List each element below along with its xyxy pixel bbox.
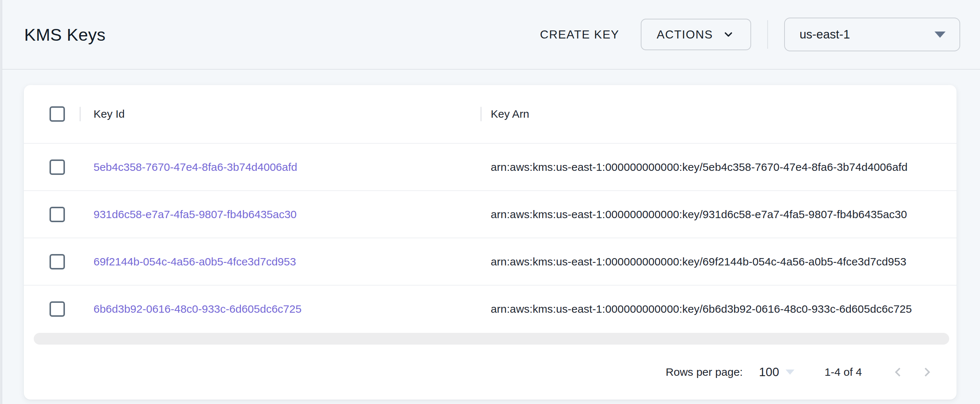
- rows-per-page-label: Rows per page:: [666, 366, 743, 379]
- kms-keys-table-card: Key Id Key Arn 5eb4c358-7670-47e4-8fa6-3…: [24, 85, 956, 399]
- key-arn-value: arn:aws:kms:us-east-1:000000000000:key/6…: [491, 303, 912, 315]
- actions-button[interactable]: ACTIONS: [641, 19, 751, 50]
- key-id-cell: 5eb4c358-7670-47e4-8fa6-3b74d4006afd: [80, 161, 480, 173]
- row-checkbox[interactable]: [49, 207, 65, 222]
- row-checkbox-cell: [24, 254, 80, 269]
- key-id-cell: 69f2144b-054c-4a56-a0b5-4fce3d7cd953: [80, 256, 480, 268]
- key-id-cell: 931d6c58-e7a7-4fa5-9807-fb4b6435ac30: [80, 208, 480, 221]
- table-row: 931d6c58-e7a7-4fa5-9807-fb4b6435ac30 arn…: [24, 190, 956, 237]
- region-selector[interactable]: us-east-1: [784, 17, 960, 51]
- row-checkbox-cell: [24, 301, 80, 317]
- key-id-link[interactable]: 6b6d3b92-0616-48c0-933c-6d605dc6c725: [94, 303, 301, 315]
- table-row: 69f2144b-054c-4a56-a0b5-4fce3d7cd953 arn…: [24, 237, 956, 285]
- key-arn-cell: arn:aws:kms:us-east-1:000000000000:key/6…: [480, 303, 956, 315]
- row-checkbox[interactable]: [49, 159, 65, 175]
- page-header: KMS Keys CREATE KEY ACTIONS us-east-1: [0, 0, 980, 70]
- column-separator: [480, 107, 482, 121]
- toolbar-divider: [767, 20, 768, 49]
- key-arn-cell: arn:aws:kms:us-east-1:000000000000:key/5…: [480, 161, 956, 173]
- next-page-button[interactable]: [918, 363, 936, 381]
- key-id-link[interactable]: 931d6c58-e7a7-4fa5-9807-fb4b6435ac30: [94, 208, 297, 221]
- horizontal-scrollbar[interactable]: [34, 333, 949, 345]
- row-checkbox[interactable]: [49, 301, 65, 317]
- chevron-left-icon: [889, 363, 907, 381]
- pagination-range-label: 1-4 of 4: [824, 366, 862, 379]
- row-checkbox-cell: [24, 207, 80, 222]
- key-arn-cell: arn:aws:kms:us-east-1:000000000000:key/9…: [480, 208, 956, 221]
- key-arn-cell: arn:aws:kms:us-east-1:000000000000:key/6…: [480, 256, 956, 268]
- region-selector-value: us-east-1: [800, 27, 850, 41]
- key-id-cell: 6b6d3b92-0616-48c0-933c-6d605dc6c725: [80, 303, 480, 315]
- row-checkbox[interactable]: [49, 254, 65, 269]
- window-left-edge: [0, 0, 2, 404]
- column-header-label: Key Arn: [491, 108, 529, 120]
- rows-per-page-value: 100: [759, 365, 779, 379]
- actions-button-label: ACTIONS: [657, 28, 713, 41]
- key-id-link[interactable]: 5eb4c358-7670-47e4-8fa6-3b74d4006afd: [94, 161, 297, 173]
- key-id-link[interactable]: 69f2144b-054c-4a56-a0b5-4fce3d7cd953: [94, 256, 296, 268]
- column-header-key-arn[interactable]: Key Arn: [480, 108, 956, 120]
- key-arn-value: arn:aws:kms:us-east-1:000000000000:key/5…: [491, 161, 908, 173]
- caret-down-icon: [786, 369, 794, 375]
- select-all-cell: [24, 106, 80, 122]
- chevron-down-icon: [722, 28, 735, 41]
- table-header-row: Key Id Key Arn: [24, 85, 956, 143]
- rows-per-page-select[interactable]: 100: [759, 365, 794, 379]
- key-arn-value: arn:aws:kms:us-east-1:000000000000:key/9…: [491, 208, 907, 221]
- pagination-bar: Rows per page: 100 1-4 of 4: [24, 345, 956, 399]
- previous-page-button[interactable]: [889, 363, 907, 381]
- caret-down-icon: [934, 32, 945, 38]
- page-title: KMS Keys: [24, 25, 106, 45]
- column-header-label: Key Id: [94, 108, 125, 120]
- select-all-checkbox[interactable]: [49, 106, 65, 122]
- table-row: 5eb4c358-7670-47e4-8fa6-3b74d4006afd arn…: [24, 143, 956, 190]
- create-key-button[interactable]: CREATE KEY: [536, 28, 623, 41]
- column-header-key-id[interactable]: Key Id: [80, 108, 480, 120]
- chevron-right-icon: [918, 363, 936, 381]
- row-checkbox-cell: [24, 159, 80, 175]
- toolbar: CREATE KEY ACTIONS us-east-1: [536, 17, 960, 51]
- key-arn-value: arn:aws:kms:us-east-1:000000000000:key/6…: [491, 256, 906, 268]
- table-row: 6b6d3b92-0616-48c0-933c-6d605dc6c725 arn…: [24, 285, 956, 332]
- column-separator: [80, 107, 81, 121]
